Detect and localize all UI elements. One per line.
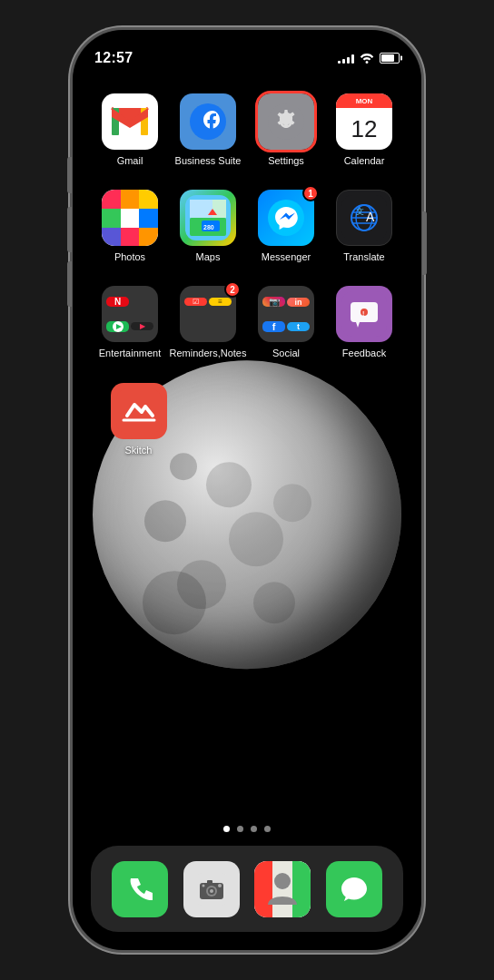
- svg-text:文: 文: [356, 207, 364, 216]
- svg-point-31: [210, 889, 213, 893]
- svg-point-3: [190, 103, 226, 140]
- status-time: 12:57: [94, 50, 133, 66]
- svg-text:280: 280: [203, 224, 214, 230]
- app-settings[interactable]: Settings: [252, 93, 321, 167]
- app-grid: Gmail Business Suite: [73, 84, 421, 488]
- app-label-settings: Settings: [268, 155, 304, 167]
- app-row-3: N ▶ Entertainment 2: [91, 286, 403, 359]
- calendar-day: 12: [351, 115, 378, 143]
- reminders-badge: 2: [224, 281, 241, 298]
- app-row-4: Skitch: [91, 383, 403, 456]
- svg-point-38: [274, 873, 291, 889]
- app-label-maps: Maps: [196, 251, 221, 263]
- dock-contacts[interactable]: [254, 861, 311, 917]
- dock-phone[interactable]: [112, 861, 168, 917]
- page-dot-2[interactable]: [237, 826, 243, 832]
- app-label-photos: Photos: [114, 251, 145, 263]
- dock: [91, 846, 403, 932]
- status-icons: [338, 51, 400, 66]
- settings-highlight-ring: [255, 91, 317, 152]
- app-social[interactable]: 📷 in f t Social: [252, 286, 321, 359]
- page-dot-3[interactable]: [251, 826, 257, 832]
- battery-icon: [380, 53, 400, 64]
- app-label-calendar: Calendar: [344, 155, 385, 167]
- app-messenger[interactable]: 1: [252, 190, 321, 263]
- app-business-suite[interactable]: Business Suite: [174, 93, 242, 167]
- app-label-social: Social: [272, 348, 300, 359]
- app-skitch[interactable]: Skitch: [104, 383, 173, 456]
- app-label-entertainment: Entertainment: [99, 348, 161, 359]
- app-translate[interactable]: A 文 Translate: [331, 190, 399, 263]
- app-label-business: Business Suite: [175, 155, 242, 167]
- svg-point-34: [202, 884, 204, 887]
- app-reminders-notes[interactable]: 2 ☑ ≡ Reminders,Notes: [174, 286, 242, 359]
- app-gmail[interactable]: Gmail: [96, 93, 164, 167]
- calendar-day-name: MON: [356, 97, 373, 105]
- dock-messages[interactable]: [326, 861, 382, 917]
- svg-rect-36: [254, 861, 272, 917]
- page-dot-1[interactable]: [223, 826, 230, 832]
- svg-point-33: [218, 884, 222, 887]
- app-entertainment[interactable]: N ▶ Entertainment: [96, 286, 164, 359]
- app-feedback[interactable]: ! Feedback: [331, 286, 399, 359]
- phone-frame: 12:57: [70, 27, 424, 953]
- app-label-skitch: Skitch: [125, 445, 153, 456]
- phone-screen: 12:57: [73, 30, 421, 950]
- svg-rect-32: [207, 880, 212, 884]
- svg-text:!: !: [362, 310, 364, 317]
- dock-camera[interactable]: [183, 861, 240, 917]
- volume-up-button[interactable]: [67, 207, 72, 252]
- power-button[interactable]: [422, 211, 427, 275]
- app-label-gmail: Gmail: [117, 155, 143, 167]
- messenger-badge: 1: [302, 185, 319, 201]
- app-label-reminders: Reminders,Notes: [170, 348, 247, 359]
- app-label-translate: Translate: [343, 251, 384, 263]
- svg-text:A: A: [366, 210, 375, 224]
- app-label-messenger: Messenger: [262, 251, 311, 263]
- app-label-feedback: Feedback: [342, 348, 386, 359]
- app-photos[interactable]: Photos: [96, 190, 164, 263]
- app-maps[interactable]: 280 Maps: [174, 190, 242, 263]
- page-dot-4[interactable]: [264, 826, 271, 832]
- svg-rect-37: [292, 861, 311, 917]
- wifi-icon: [360, 51, 374, 66]
- app-row-1: Gmail Business Suite: [91, 93, 403, 167]
- notch: [188, 30, 306, 55]
- app-row-2: Photos 280: [91, 190, 403, 263]
- signal-icon: [338, 53, 354, 64]
- volume-down-button[interactable]: [67, 261, 72, 307]
- page-dots: [223, 826, 271, 832]
- app-calendar[interactable]: MON 12 Calendar: [331, 93, 399, 167]
